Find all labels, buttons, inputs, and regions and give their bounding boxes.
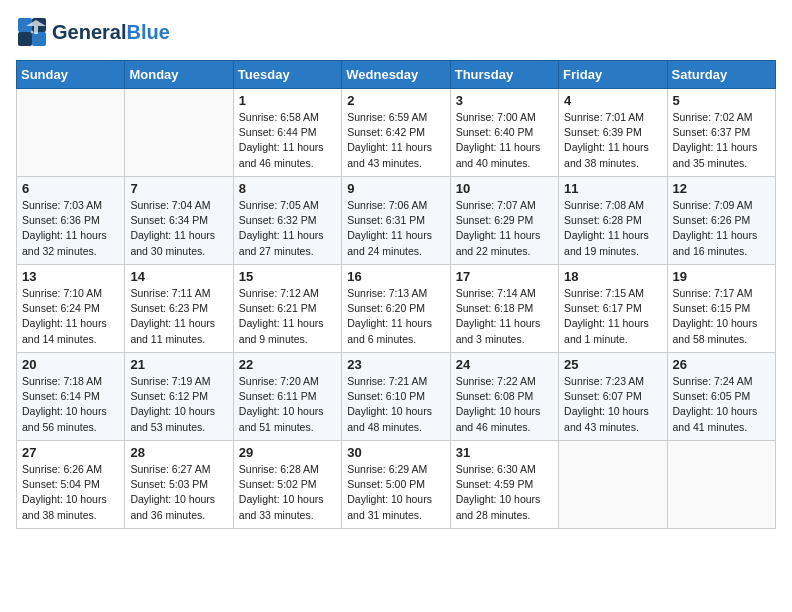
day-info: Sunrise: 7:24 AM Sunset: 6:05 PM Dayligh… [673,374,770,435]
day-number: 23 [347,357,444,372]
calendar-cell: 3Sunrise: 7:00 AM Sunset: 6:40 PM Daylig… [450,89,558,177]
calendar-cell: 11Sunrise: 7:08 AM Sunset: 6:28 PM Dayli… [559,177,667,265]
svg-rect-2 [18,32,32,46]
day-info: Sunrise: 7:21 AM Sunset: 6:10 PM Dayligh… [347,374,444,435]
weekday-header-monday: Monday [125,61,233,89]
weekday-header-sunday: Sunday [17,61,125,89]
day-number: 17 [456,269,553,284]
day-number: 15 [239,269,336,284]
calendar-week-row: 20Sunrise: 7:18 AM Sunset: 6:14 PM Dayli… [17,353,776,441]
calendar-cell: 19Sunrise: 7:17 AM Sunset: 6:15 PM Dayli… [667,265,775,353]
calendar-week-row: 1Sunrise: 6:58 AM Sunset: 6:44 PM Daylig… [17,89,776,177]
weekday-header-thursday: Thursday [450,61,558,89]
calendar-table: SundayMondayTuesdayWednesdayThursdayFrid… [16,60,776,529]
calendar-cell: 18Sunrise: 7:15 AM Sunset: 6:17 PM Dayli… [559,265,667,353]
calendar-cell: 17Sunrise: 7:14 AM Sunset: 6:18 PM Dayli… [450,265,558,353]
weekday-header-row: SundayMondayTuesdayWednesdayThursdayFrid… [17,61,776,89]
day-info: Sunrise: 7:17 AM Sunset: 6:15 PM Dayligh… [673,286,770,347]
page-header: GeneralBlue [16,16,776,48]
calendar-cell: 2Sunrise: 6:59 AM Sunset: 6:42 PM Daylig… [342,89,450,177]
calendar-cell: 25Sunrise: 7:23 AM Sunset: 6:07 PM Dayli… [559,353,667,441]
day-info: Sunrise: 7:03 AM Sunset: 6:36 PM Dayligh… [22,198,119,259]
calendar-cell: 15Sunrise: 7:12 AM Sunset: 6:21 PM Dayli… [233,265,341,353]
weekday-header-friday: Friday [559,61,667,89]
day-number: 26 [673,357,770,372]
svg-rect-3 [32,32,46,46]
calendar-cell: 29Sunrise: 6:28 AM Sunset: 5:02 PM Dayli… [233,441,341,529]
calendar-cell: 21Sunrise: 7:19 AM Sunset: 6:12 PM Dayli… [125,353,233,441]
calendar-cell [17,89,125,177]
calendar-cell: 7Sunrise: 7:04 AM Sunset: 6:34 PM Daylig… [125,177,233,265]
calendar-cell: 31Sunrise: 6:30 AM Sunset: 4:59 PM Dayli… [450,441,558,529]
day-info: Sunrise: 7:04 AM Sunset: 6:34 PM Dayligh… [130,198,227,259]
day-number: 12 [673,181,770,196]
logo: GeneralBlue [16,16,170,48]
day-number: 9 [347,181,444,196]
logo-text-general: General [52,21,126,43]
calendar-cell: 28Sunrise: 6:27 AM Sunset: 5:03 PM Dayli… [125,441,233,529]
calendar-cell: 1Sunrise: 6:58 AM Sunset: 6:44 PM Daylig… [233,89,341,177]
calendar-cell: 27Sunrise: 6:26 AM Sunset: 5:04 PM Dayli… [17,441,125,529]
day-info: Sunrise: 7:06 AM Sunset: 6:31 PM Dayligh… [347,198,444,259]
calendar-week-row: 13Sunrise: 7:10 AM Sunset: 6:24 PM Dayli… [17,265,776,353]
calendar-cell: 10Sunrise: 7:07 AM Sunset: 6:29 PM Dayli… [450,177,558,265]
calendar-cell: 20Sunrise: 7:18 AM Sunset: 6:14 PM Dayli… [17,353,125,441]
calendar-cell: 5Sunrise: 7:02 AM Sunset: 6:37 PM Daylig… [667,89,775,177]
day-info: Sunrise: 6:26 AM Sunset: 5:04 PM Dayligh… [22,462,119,523]
day-number: 25 [564,357,661,372]
day-info: Sunrise: 6:30 AM Sunset: 4:59 PM Dayligh… [456,462,553,523]
calendar-cell: 22Sunrise: 7:20 AM Sunset: 6:11 PM Dayli… [233,353,341,441]
day-info: Sunrise: 7:01 AM Sunset: 6:39 PM Dayligh… [564,110,661,171]
calendar-cell: 30Sunrise: 6:29 AM Sunset: 5:00 PM Dayli… [342,441,450,529]
day-info: Sunrise: 7:19 AM Sunset: 6:12 PM Dayligh… [130,374,227,435]
day-number: 7 [130,181,227,196]
day-number: 28 [130,445,227,460]
day-number: 3 [456,93,553,108]
calendar-cell: 8Sunrise: 7:05 AM Sunset: 6:32 PM Daylig… [233,177,341,265]
day-info: Sunrise: 7:10 AM Sunset: 6:24 PM Dayligh… [22,286,119,347]
day-number: 21 [130,357,227,372]
day-info: Sunrise: 6:59 AM Sunset: 6:42 PM Dayligh… [347,110,444,171]
day-info: Sunrise: 7:22 AM Sunset: 6:08 PM Dayligh… [456,374,553,435]
logo-icon [16,16,48,48]
day-number: 1 [239,93,336,108]
day-info: Sunrise: 7:18 AM Sunset: 6:14 PM Dayligh… [22,374,119,435]
day-number: 13 [22,269,119,284]
calendar-cell: 6Sunrise: 7:03 AM Sunset: 6:36 PM Daylig… [17,177,125,265]
calendar-week-row: 27Sunrise: 6:26 AM Sunset: 5:04 PM Dayli… [17,441,776,529]
calendar-cell: 26Sunrise: 7:24 AM Sunset: 6:05 PM Dayli… [667,353,775,441]
calendar-cell: 9Sunrise: 7:06 AM Sunset: 6:31 PM Daylig… [342,177,450,265]
calendar-week-row: 6Sunrise: 7:03 AM Sunset: 6:36 PM Daylig… [17,177,776,265]
day-info: Sunrise: 7:05 AM Sunset: 6:32 PM Dayligh… [239,198,336,259]
day-info: Sunrise: 7:20 AM Sunset: 6:11 PM Dayligh… [239,374,336,435]
day-number: 24 [456,357,553,372]
day-number: 6 [22,181,119,196]
day-number: 5 [673,93,770,108]
day-info: Sunrise: 7:15 AM Sunset: 6:17 PM Dayligh… [564,286,661,347]
day-info: Sunrise: 7:23 AM Sunset: 6:07 PM Dayligh… [564,374,661,435]
day-info: Sunrise: 7:07 AM Sunset: 6:29 PM Dayligh… [456,198,553,259]
logo-text-blue: Blue [126,21,169,43]
calendar-cell: 16Sunrise: 7:13 AM Sunset: 6:20 PM Dayli… [342,265,450,353]
day-info: Sunrise: 7:08 AM Sunset: 6:28 PM Dayligh… [564,198,661,259]
calendar-cell: 14Sunrise: 7:11 AM Sunset: 6:23 PM Dayli… [125,265,233,353]
calendar-cell [125,89,233,177]
day-info: Sunrise: 6:29 AM Sunset: 5:00 PM Dayligh… [347,462,444,523]
day-info: Sunrise: 6:28 AM Sunset: 5:02 PM Dayligh… [239,462,336,523]
day-number: 8 [239,181,336,196]
day-info: Sunrise: 7:14 AM Sunset: 6:18 PM Dayligh… [456,286,553,347]
calendar-cell [559,441,667,529]
day-number: 19 [673,269,770,284]
day-info: Sunrise: 7:12 AM Sunset: 6:21 PM Dayligh… [239,286,336,347]
day-number: 4 [564,93,661,108]
day-number: 14 [130,269,227,284]
day-number: 11 [564,181,661,196]
day-info: Sunrise: 7:02 AM Sunset: 6:37 PM Dayligh… [673,110,770,171]
day-number: 18 [564,269,661,284]
day-number: 30 [347,445,444,460]
day-number: 16 [347,269,444,284]
calendar-cell: 24Sunrise: 7:22 AM Sunset: 6:08 PM Dayli… [450,353,558,441]
calendar-cell: 12Sunrise: 7:09 AM Sunset: 6:26 PM Dayli… [667,177,775,265]
day-number: 31 [456,445,553,460]
calendar-cell [667,441,775,529]
